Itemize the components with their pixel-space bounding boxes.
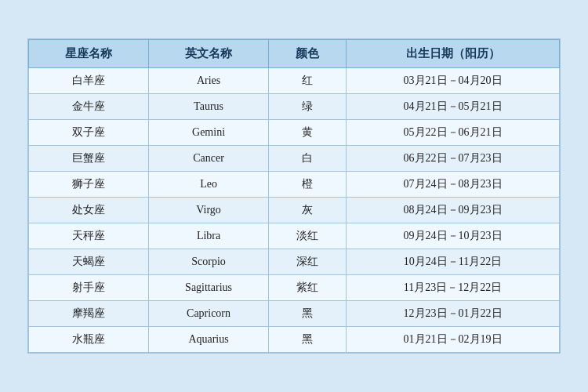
- cell-color: 黄: [269, 120, 347, 146]
- zodiac-table: 星座名称 英文名称 颜色 出生日期（阳历） 白羊座Aries红03月21日－04…: [28, 39, 560, 353]
- zodiac-table-container: 星座名称 英文名称 颜色 出生日期（阳历） 白羊座Aries红03月21日－04…: [27, 38, 561, 354]
- cell-english: Aquarius: [149, 327, 269, 353]
- cell-color: 绿: [269, 94, 347, 120]
- cell-dates: 05月22日－06月21日: [347, 120, 560, 146]
- table-row: 巨蟹座Cancer白06月22日－07月23日: [29, 146, 560, 172]
- cell-english: Sagittarius: [149, 275, 269, 301]
- table-row: 狮子座Leo橙07月24日－08月23日: [29, 172, 560, 198]
- cell-color: 灰: [269, 198, 347, 223]
- cell-color: 红: [269, 68, 347, 94]
- cell-english: Virgo: [149, 198, 269, 223]
- header-chinese-name: 星座名称: [29, 40, 149, 68]
- cell-dates: 07月24日－08月23日: [347, 172, 560, 198]
- table-row: 射手座Sagittarius紫红11月23日－12月22日: [29, 275, 560, 301]
- table-header-row: 星座名称 英文名称 颜色 出生日期（阳历）: [29, 40, 560, 68]
- cell-dates: 09月24日－10月23日: [347, 223, 560, 249]
- cell-dates: 08月24日－09月23日: [347, 198, 560, 223]
- table-row: 金牛座Taurus绿04月21日－05月21日: [29, 94, 560, 120]
- cell-dates: 01月21日－02月19日: [347, 327, 560, 353]
- cell-chinese: 白羊座: [29, 68, 149, 94]
- table-row: 处女座Virgo灰08月24日－09月23日: [29, 198, 560, 223]
- cell-dates: 11月23日－12月22日: [347, 275, 560, 301]
- table-body: 白羊座Aries红03月21日－04月20日金牛座Taurus绿04月21日－0…: [29, 68, 560, 353]
- table-row: 天秤座Libra淡红09月24日－10月23日: [29, 223, 560, 249]
- cell-dates: 12月23日－01月22日: [347, 301, 560, 327]
- cell-color: 紫红: [269, 275, 347, 301]
- cell-chinese: 水瓶座: [29, 327, 149, 353]
- header-color: 颜色: [269, 40, 347, 68]
- cell-chinese: 狮子座: [29, 172, 149, 198]
- cell-chinese: 射手座: [29, 275, 149, 301]
- cell-chinese: 摩羯座: [29, 301, 149, 327]
- cell-dates: 04月21日－05月21日: [347, 94, 560, 120]
- cell-chinese: 天蝎座: [29, 249, 149, 275]
- cell-english: Scorpio: [149, 249, 269, 275]
- cell-dates: 06月22日－07月23日: [347, 146, 560, 172]
- table-row: 水瓶座Aquarius黑01月21日－02月19日: [29, 327, 560, 353]
- table-row: 摩羯座Capricorn黑12月23日－01月22日: [29, 301, 560, 327]
- cell-color: 黑: [269, 327, 347, 353]
- cell-english: Gemini: [149, 120, 269, 146]
- table-row: 双子座Gemini黄05月22日－06月21日: [29, 120, 560, 146]
- cell-english: Cancer: [149, 146, 269, 172]
- cell-chinese: 巨蟹座: [29, 146, 149, 172]
- header-english-name: 英文名称: [149, 40, 269, 68]
- table-row: 白羊座Aries红03月21日－04月20日: [29, 68, 560, 94]
- cell-english: Capricorn: [149, 301, 269, 327]
- cell-dates: 10月24日－11月22日: [347, 249, 560, 275]
- cell-dates: 03月21日－04月20日: [347, 68, 560, 94]
- cell-chinese: 处女座: [29, 198, 149, 223]
- cell-chinese: 金牛座: [29, 94, 149, 120]
- cell-english: Leo: [149, 172, 269, 198]
- cell-color: 黑: [269, 301, 347, 327]
- cell-color: 深红: [269, 249, 347, 275]
- cell-english: Aries: [149, 68, 269, 94]
- cell-english: Libra: [149, 223, 269, 249]
- table-row: 天蝎座Scorpio深红10月24日－11月22日: [29, 249, 560, 275]
- cell-chinese: 双子座: [29, 120, 149, 146]
- cell-color: 淡红: [269, 223, 347, 249]
- cell-color: 白: [269, 146, 347, 172]
- cell-color: 橙: [269, 172, 347, 198]
- cell-english: Taurus: [149, 94, 269, 120]
- cell-chinese: 天秤座: [29, 223, 149, 249]
- header-dates: 出生日期（阳历）: [347, 40, 560, 68]
